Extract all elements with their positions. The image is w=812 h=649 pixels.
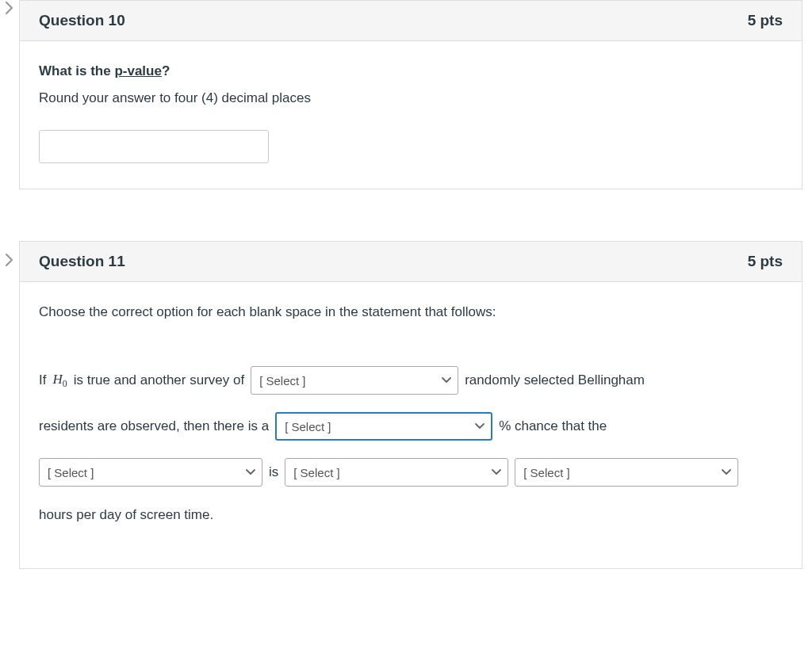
question-11-header: Question 11 5 pts [20,242,802,282]
question-11-block: Question 11 5 pts Choose the correct opt… [19,241,802,569]
select-1[interactable]: [ Select ] [251,367,458,394]
select-3[interactable]: [ Select ] [40,459,262,486]
question-caret-icon [2,252,17,268]
select-2-wrapper: [ Select ] [275,412,492,441]
select-1-wrapper: [ Select ] [251,366,458,395]
pvalue-input[interactable] [39,130,269,163]
question-11-points: 5 pts [748,253,783,270]
select-5[interactable]: [ Select ] [515,459,737,486]
select-2[interactable]: [ Select ] [277,414,491,439]
question-11-title: Question 11 [39,253,125,270]
question-11-body: Choose the correct option for each blank… [20,282,802,568]
question-10-body: What is the p-value? Round your answer t… [20,41,802,189]
question-10-subtext: Round your answer to four (4) decimal pl… [39,90,783,106]
statement-row-4: hours per day of screen time. [39,504,783,525]
question-10-points: 5 pts [748,12,783,29]
question-caret-icon [2,0,17,16]
select-4-wrapper: [ Select ] [285,458,508,487]
select-5-wrapper: [ Select ] [515,458,738,487]
statement-row-3: [ Select ] is [ Select ] [ Select ] [39,458,783,487]
question-10-block: Question 10 5 pts What is the p-value? R… [19,0,802,189]
statement-row-1: If H0 is true and another survey of [ Se… [39,366,783,395]
question-11-intro: Choose the correct option for each blank… [39,304,783,320]
question-10-prompt: What is the p-value? [39,63,783,79]
question-10-header: Question 10 5 pts [20,1,802,41]
h0-variable: H0 [52,368,67,391]
question-10-title: Question 10 [39,12,125,29]
select-3-wrapper: [ Select ] [39,458,262,487]
select-4[interactable]: [ Select ] [285,459,508,486]
statement-row-2: residents are observed, then there is a … [39,412,783,441]
